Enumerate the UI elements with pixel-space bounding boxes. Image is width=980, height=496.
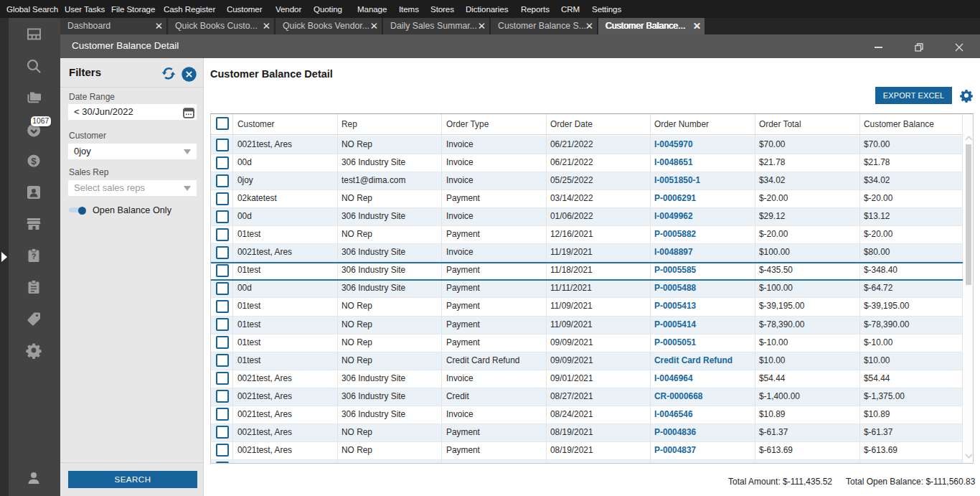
- svg-text:?: ?: [32, 252, 37, 261]
- svg-text:$: $: [31, 156, 37, 167]
